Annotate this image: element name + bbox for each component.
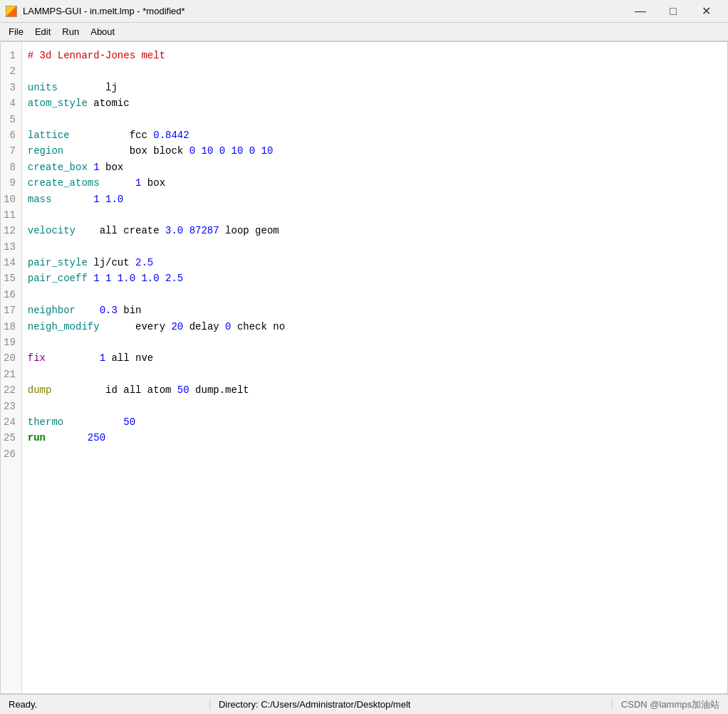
code-token: box (100, 162, 124, 173)
code-token: all nve (105, 352, 153, 364)
status-brand: CSDN @lammps加油站 (613, 698, 728, 711)
code-token: neighbor (28, 305, 76, 316)
line-number: 13 (4, 239, 19, 255)
code-token: 0 10 0 10 0 10 (189, 145, 274, 157)
code-line: ​ (28, 367, 722, 382)
code-token: dump (28, 384, 52, 396)
code-token: 0.3 (100, 305, 118, 316)
code-token: 1 (100, 352, 105, 364)
close-button[interactable]: ✕ (690, 0, 722, 23)
code-token: atomic (88, 98, 130, 109)
code-token: 3.0 87287 (165, 225, 219, 236)
code-token: delay (183, 321, 225, 332)
code-token (76, 305, 100, 316)
line-number: 9 (4, 175, 19, 191)
status-bar: Ready. Directory: C:/Users/Administrator… (0, 694, 728, 714)
code-token: id all atom (51, 384, 177, 396)
line-number: 22 (4, 382, 19, 398)
code-token: thermo (28, 416, 63, 428)
line-number: 15 (4, 271, 19, 286)
code-token: 0.8442 (153, 130, 189, 141)
line-number: 10 (4, 191, 19, 207)
code-line: neighbor 0.3 bin (28, 303, 722, 318)
editor-area[interactable]: 1234567891011121314151617181920212223242… (0, 41, 728, 694)
code-token: mass (28, 194, 52, 205)
window-controls: — □ ✕ (624, 0, 722, 23)
maximize-button[interactable]: □ (657, 0, 690, 23)
line-number: 21 (4, 367, 19, 382)
code-line: pair_style lj/cut 2.5 (28, 255, 722, 271)
code-token: pair_coeff (28, 273, 88, 284)
line-number: 2 (4, 63, 19, 79)
code-token: region (28, 145, 63, 157)
status-directory: Directory: C:/Users/Administrator/Deskto… (209, 699, 613, 710)
code-line: pair_coeff 1 1 1.0 1.0 2.5 (28, 271, 722, 286)
code-line: ​ (28, 399, 722, 414)
code-token: check no (232, 321, 286, 332)
menu-item-about[interactable]: About (85, 25, 120, 38)
line-number: 6 (4, 127, 19, 143)
code-token: 1 1 1.0 1.0 2.5 (93, 273, 183, 284)
code-token: 50 (123, 416, 135, 428)
code-token: 2.5 (135, 257, 153, 268)
code-token: loop geom (219, 225, 279, 236)
line-number: 4 (4, 95, 19, 111)
code-line: run 250 (28, 430, 722, 446)
code-token: units (28, 82, 58, 93)
title-bar: LAMMPS-GUI - in.melt.lmp - *modified* — … (0, 0, 728, 23)
code-line: ​ (28, 239, 722, 255)
line-number: 1 (4, 48, 19, 63)
code-editor[interactable]: # 3d Lennard-Jones melt​units ljatom_sty… (22, 42, 727, 693)
line-number: 11 (4, 207, 19, 223)
code-token (88, 162, 93, 173)
menu-item-run[interactable]: Run (56, 25, 85, 38)
code-token: bin (118, 305, 142, 316)
code-token: # 3d Lennard-Jones melt (28, 50, 165, 61)
code-token: lj/cut (88, 257, 135, 268)
code-token: 1 1.0 (93, 194, 123, 205)
code-token: pair_style (28, 257, 88, 268)
code-token: 20 (171, 321, 183, 332)
line-number: 5 (4, 112, 19, 127)
code-token: atom_style (28, 98, 88, 109)
code-line: # 3d Lennard-Jones melt (28, 48, 722, 63)
line-number: 19 (4, 335, 19, 350)
line-number: 12 (4, 223, 19, 238)
code-token: fcc (70, 130, 154, 141)
line-number: 7 (4, 143, 19, 159)
window-title: LAMMPS-GUI - in.melt.lmp - *modified* (23, 6, 624, 16)
code-token: lattice (28, 130, 70, 141)
code-token: run (28, 432, 46, 443)
menu-item-file[interactable]: File (3, 25, 29, 38)
code-line: ​ (28, 112, 722, 127)
line-number: 3 (4, 80, 19, 95)
line-number: 23 (4, 399, 19, 414)
line-number: 25 (4, 430, 19, 446)
code-line: ​ (28, 287, 722, 303)
code-token: 0 (225, 321, 231, 332)
line-numbers: 1234567891011121314151617181920212223242… (1, 42, 22, 693)
code-token (63, 416, 123, 428)
code-token (51, 194, 93, 205)
line-number: 24 (4, 414, 19, 430)
code-token (46, 432, 88, 443)
app-icon (6, 6, 17, 17)
code-token: 250 (88, 432, 105, 443)
minimize-button[interactable]: — (624, 0, 657, 23)
code-line: neigh_modify every 20 delay 0 check no (28, 319, 722, 335)
line-number: 20 (4, 350, 19, 366)
code-token: velocity (28, 225, 76, 236)
code-token: every (100, 321, 172, 332)
code-line: velocity all create 3.0 87287 loop geom (28, 223, 722, 238)
code-line: thermo 50 (28, 414, 722, 430)
menu-bar: FileEditRunAbout (0, 23, 728, 41)
line-number: 8 (4, 159, 19, 175)
code-token (46, 352, 100, 364)
code-line: units lj (28, 80, 722, 95)
line-number: 26 (4, 446, 19, 462)
code-token: create_box (28, 162, 88, 173)
code-line: dump id all atom 50 dump.melt (28, 382, 722, 398)
line-number: 17 (4, 303, 19, 318)
code-line: ​ (28, 63, 722, 79)
menu-item-edit[interactable]: Edit (29, 25, 56, 38)
